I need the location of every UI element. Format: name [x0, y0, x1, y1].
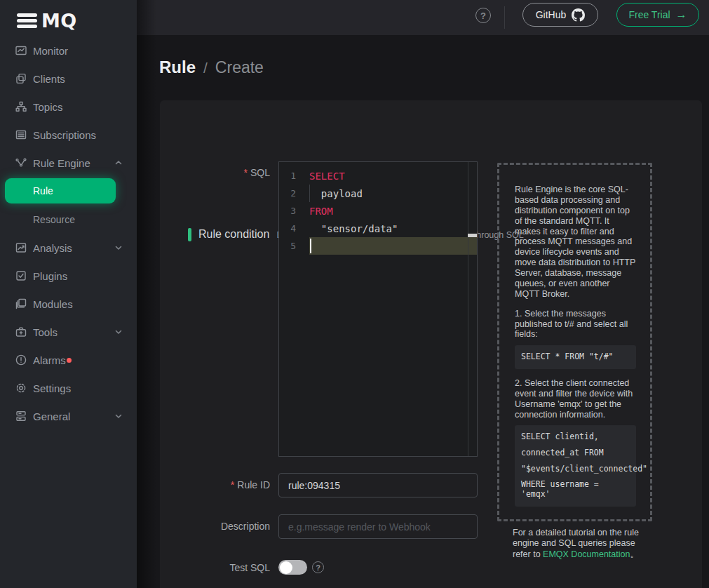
sidebar-item-alarms[interactable]: Alarms: [0, 346, 137, 374]
toggle-knob: [280, 561, 292, 574]
sidebar-item-subscriptions[interactable]: Subscriptions: [0, 121, 137, 149]
test-sql-help-icon[interactable]: ?: [312, 561, 324, 573]
help-code-1: SELECT * FROM "t/#": [515, 345, 636, 369]
sidebar-shadow: [137, 0, 156, 588]
chevron-down-icon: [114, 412, 123, 420]
sidebar-item-rule-engine[interactable]: Rule Engine: [0, 149, 137, 177]
sidebar-item-tools[interactable]: Tools: [0, 318, 137, 346]
topbar-divider: [504, 6, 505, 29]
general-icon: [15, 410, 27, 422]
github-button-label: GitHub: [536, 9, 567, 20]
analysis-icon: [15, 241, 27, 254]
topbar: ? GitHub Free Trial →: [137, 0, 709, 35]
test-sql-toggle[interactable]: [278, 560, 307, 575]
chevron-up-icon: [114, 159, 123, 167]
help-icon[interactable]: ?: [475, 8, 491, 23]
editor-line: 1 SELECT: [279, 167, 477, 185]
sidebar-item-modules[interactable]: Modules: [0, 290, 137, 318]
chevron-down-icon: [114, 328, 123, 336]
test-sql-label: Test SQL: [160, 562, 270, 573]
help-panel-wrap: Rule Engine is the core SQL-based data p…: [497, 163, 652, 560]
plugins-icon: [15, 269, 27, 282]
emq-logo[interactable]: MQ: [17, 10, 77, 32]
sidebar-nav: Monitor Clients Topics Subscriptions Rul: [0, 36, 137, 430]
free-trial-button[interactable]: Free Trial →: [616, 3, 699, 27]
settings-icon: [15, 382, 27, 394]
breadcrumb: Rule / Create: [159, 58, 264, 77]
clients-icon: [15, 72, 27, 85]
github-icon: [572, 8, 585, 22]
rule-id-input[interactable]: [278, 473, 478, 497]
sidebar-item-settings[interactable]: Settings: [0, 374, 137, 402]
editor-line: 3 FROM: [279, 202, 477, 220]
emq-logo-text: MQ: [41, 10, 77, 32]
editor-scrollbar[interactable]: [468, 162, 477, 456]
sidebar-item-topics[interactable]: Topics: [0, 93, 137, 121]
topics-icon: [15, 100, 27, 113]
emqx-documentation-link[interactable]: EMQX Documentation: [543, 549, 630, 559]
alarm-badge-dot: [67, 358, 72, 363]
sidebar-item-clients[interactable]: Clients: [0, 65, 137, 93]
rule-id-label: *Rule ID: [160, 479, 270, 490]
sidebar-item-general[interactable]: General: [0, 402, 137, 430]
sidebar-item-rule[interactable]: Rule: [5, 178, 116, 203]
description-label: Description: [160, 521, 270, 532]
help-footer: For a detailed tutorial on the rule engi…: [497, 528, 652, 560]
text-cursor: [310, 239, 311, 253]
modules-icon: [15, 298, 27, 310]
arrow-right-icon: →: [676, 9, 687, 20]
sidebar: MQ Monitor Clients Topics Subscription: [0, 0, 137, 588]
alarms-icon: [15, 354, 27, 366]
monitor-icon: [15, 44, 27, 57]
subscriptions-icon: [15, 128, 27, 141]
sql-label: *SQL: [160, 167, 270, 178]
rule-engine-icon: [15, 156, 27, 169]
sidebar-item-analysis[interactable]: Analysis: [0, 234, 137, 262]
free-trial-label: Free Trial: [628, 9, 670, 20]
editor-line-active: 5: [279, 237, 477, 255]
section-title: Rule condition: [198, 228, 269, 241]
editor-line: 4 "sensor/data": [279, 220, 477, 237]
description-input[interactable]: [278, 514, 478, 539]
sidebar-item-plugins[interactable]: Plugins: [0, 262, 137, 290]
sidebar-item-monitor[interactable]: Monitor: [0, 36, 137, 65]
rule-create-card: Rule condition Defining rule conditions …: [160, 100, 702, 588]
help-intro: Rule Engine is the core SQL-based data p…: [515, 185, 636, 300]
help-code-2: SELECT clientid, connected_at FROM "$eve…: [515, 425, 636, 506]
help-step-1: 1. Select the messages published to t/# …: [515, 309, 636, 340]
sidebar-item-resource[interactable]: Resource: [0, 205, 137, 234]
help-step-2: 2. Select the client connected event and…: [515, 378, 636, 420]
breadcrumb-separator: /: [203, 60, 208, 76]
sql-editor[interactable]: 1 SELECT 2 payload 3 FROM 4 "sensor/data…: [278, 161, 478, 457]
breadcrumb-create: Create: [215, 58, 264, 77]
github-button[interactable]: GitHub: [522, 3, 598, 27]
tools-icon: [15, 326, 27, 338]
section-accent-bar: [188, 228, 191, 241]
sql-editor-lines: 1 SELECT 2 payload 3 FROM 4 "sensor/data…: [279, 162, 477, 255]
help-panel: Rule Engine is the core SQL-based data p…: [497, 163, 652, 521]
active-line-highlight: [309, 237, 477, 255]
chevron-down-icon: [114, 243, 123, 252]
breadcrumb-rule[interactable]: Rule: [159, 58, 196, 77]
editor-scroll-marker: [468, 234, 477, 237]
emq-logo-bars-icon: [17, 13, 37, 28]
